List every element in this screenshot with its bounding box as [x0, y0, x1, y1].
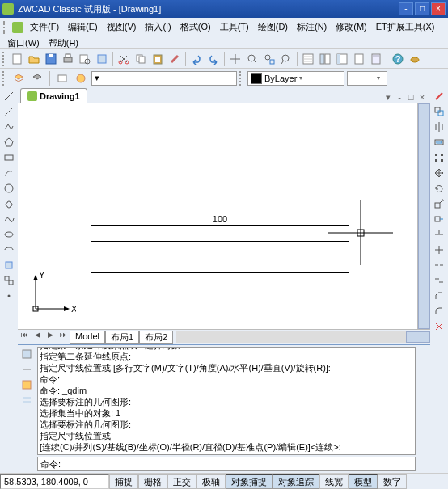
layout-tab[interactable]: Model — [70, 331, 105, 344]
cmd-tool-1[interactable] — [19, 347, 34, 361]
status-toggle[interactable]: 对象捕捉 — [226, 474, 273, 489]
vertical-scrollbar[interactable] — [417, 103, 430, 329]
fillet-tool[interactable] — [432, 304, 446, 318]
undo-button[interactable] — [188, 51, 205, 67]
break-tool[interactable] — [432, 258, 446, 272]
zoom-prev-button[interactable] — [278, 51, 294, 67]
cut-button[interactable] — [116, 51, 132, 67]
copy-button[interactable] — [133, 51, 149, 67]
new-button[interactable] — [9, 51, 25, 67]
maximize-button[interactable]: □ — [415, 2, 429, 15]
drawing-canvas[interactable]: 100 Y X — [18, 103, 417, 329]
circle-tool[interactable] — [2, 181, 16, 196]
join-tool[interactable] — [432, 273, 446, 288]
layer-iso-button[interactable] — [73, 70, 89, 86]
arc-tool[interactable] — [2, 166, 16, 180]
grip-icon[interactable] — [3, 21, 8, 34]
extend-tool[interactable] — [432, 242, 446, 257]
layout-tab[interactable]: 布局2 — [139, 331, 173, 344]
menu-item[interactable]: 插入(I) — [141, 19, 175, 35]
grip-icon[interactable] — [2, 52, 7, 66]
chamfer-tool[interactable] — [432, 289, 446, 303]
line-tool[interactable] — [2, 89, 16, 103]
menu-item[interactable]: 标注(N) — [293, 19, 331, 35]
tab-minimize-button[interactable]: - — [394, 91, 405, 103]
match-button[interactable] — [167, 51, 183, 67]
zoom-rt-button[interactable] — [244, 51, 260, 67]
status-toggle[interactable]: 捕捉 — [109, 474, 138, 489]
layout-tab[interactable]: 布局1 — [105, 331, 139, 344]
command-scrollbar[interactable] — [417, 345, 430, 473]
close-button[interactable]: × — [431, 2, 446, 15]
offset-tool[interactable] — [432, 135, 446, 150]
menu-item[interactable]: 绘图(D) — [254, 19, 292, 35]
publish-button[interactable] — [94, 51, 110, 67]
grip-icon[interactable] — [239, 71, 244, 86]
status-toggle[interactable]: 栅格 — [138, 474, 167, 489]
layout-first-button[interactable]: ⏮ — [18, 331, 31, 344]
ellipse-tool[interactable] — [2, 227, 16, 242]
block-tool[interactable] — [2, 273, 16, 288]
redo-button[interactable] — [205, 51, 222, 67]
calc-button[interactable] — [368, 51, 384, 67]
trim-tool[interactable] — [432, 227, 446, 242]
menu-item[interactable]: 视图(V) — [103, 19, 141, 35]
rotate-tool[interactable] — [432, 181, 446, 196]
app-icon[interactable] — [11, 20, 25, 35]
menu-item[interactable]: ET扩展工具(X) — [372, 19, 439, 35]
linetype-dropdown[interactable]: ▾ — [347, 71, 387, 86]
spline-tool[interactable] — [2, 212, 16, 226]
tool-palette-button[interactable] — [334, 51, 350, 67]
status-toggle[interactable]: 对象追踪 — [273, 474, 319, 489]
rect-tool[interactable] — [2, 150, 16, 165]
layer-button[interactable] — [11, 70, 27, 86]
grip-icon[interactable] — [2, 71, 7, 86]
array-tool[interactable] — [432, 150, 446, 165]
layout-next-button[interactable]: ▶ — [44, 331, 57, 344]
menu-item[interactable]: 编辑(E) — [64, 19, 102, 35]
xline-tool[interactable] — [2, 104, 16, 119]
document-tab[interactable]: Drawing1 — [20, 88, 87, 103]
layer-dropdown[interactable]: ▾ — [91, 71, 237, 86]
stretch-tool[interactable] — [432, 212, 446, 226]
horizontal-scrollbar[interactable] — [176, 331, 430, 343]
scale-tool[interactable] — [432, 196, 446, 211]
ellipsearc-tool[interactable] — [2, 242, 16, 257]
pline-tool[interactable] — [2, 120, 16, 134]
mirror-tool[interactable] — [432, 120, 446, 134]
pan-button[interactable] — [227, 51, 243, 67]
polygon-tool[interactable] — [2, 135, 16, 150]
command-history[interactable]: 命令:命令:命令: _dimlinear指定第一条延伸线原点或 <选择对象>:指… — [37, 347, 416, 455]
erase-tool[interactable] — [432, 89, 446, 103]
preview-button[interactable] — [77, 51, 93, 67]
cmd-tool-3[interactable] — [19, 377, 34, 392]
point-tool[interactable] — [2, 289, 16, 303]
coordinates-display[interactable]: 58.5303, 180.4009, 0 — [0, 474, 109, 489]
minimize-button[interactable]: - — [399, 2, 413, 15]
cmd-tool-4[interactable] — [19, 393, 34, 407]
help-button[interactable]: ? — [390, 51, 406, 67]
status-toggle[interactable]: 极轴 — [197, 474, 226, 489]
design-center-button[interactable] — [317, 51, 333, 67]
properties-button[interactable] — [300, 51, 316, 67]
command-input[interactable]: 命令: — [37, 457, 416, 471]
open-button[interactable] — [26, 51, 42, 67]
status-toggle[interactable]: 正交 — [167, 474, 197, 489]
sheet-button[interactable] — [351, 51, 367, 67]
insert-tool[interactable] — [2, 258, 16, 272]
menu-item[interactable]: 格式(O) — [176, 19, 215, 35]
explode-tool[interactable] — [432, 319, 446, 334]
status-toggle[interactable]: 模型 — [349, 474, 378, 489]
layout-prev-button[interactable]: ◀ — [31, 331, 44, 344]
layout-last-button[interactable]: ⏭ — [57, 331, 70, 344]
color-dropdown[interactable]: ByLayer ▾ — [247, 71, 344, 86]
cloud-button[interactable] — [407, 51, 423, 67]
tab-close-button[interactable]: × — [416, 91, 428, 103]
tab-restore-button[interactable]: □ — [405, 91, 416, 103]
paste-button[interactable] — [150, 51, 166, 67]
menu-item[interactable]: 修改(M) — [332, 19, 371, 35]
status-toggle[interactable]: 线宽 — [319, 474, 349, 489]
copy-tool[interactable] — [432, 104, 446, 119]
tab-dropdown-button[interactable]: ▾ — [382, 91, 394, 103]
revcloud-tool[interactable] — [2, 196, 16, 211]
